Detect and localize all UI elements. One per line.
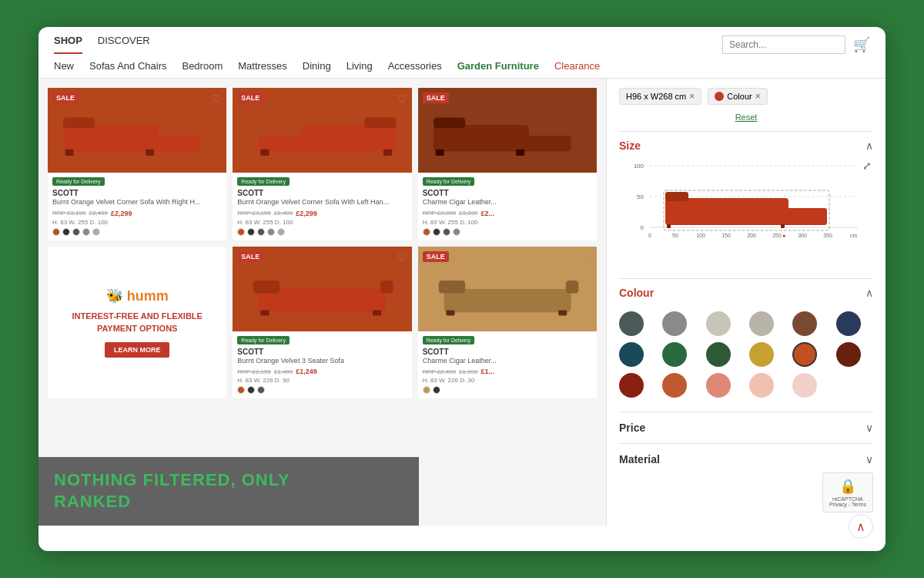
nav-cat-clearance[interactable]: Clearance [554, 60, 600, 72]
colour-swatch[interactable] [836, 342, 861, 367]
expand-chart-icon[interactable]: ⤢ [862, 160, 872, 172]
colour-swatch[interactable] [706, 373, 731, 398]
colour-swatch[interactable] [792, 373, 817, 398]
product-card[interactable]: SALE ♡ Ready for Delivery SCOTT [233, 88, 411, 240]
product-card[interactable]: SALE ♡ Ready for Delivery SCOTT [233, 247, 411, 399]
color-dot[interactable] [82, 228, 90, 236]
delivery-badge: Ready for Delivery [423, 177, 475, 186]
nav-cat-sofas[interactable]: Sofas And Chairs [89, 60, 166, 72]
material-filter-section[interactable]: Material ∨ [619, 443, 873, 475]
cart-icon[interactable]: 🛒 [853, 36, 870, 53]
delivery-badge: Ready for Delivery [423, 336, 475, 344]
filter-sidebar: H96 x W268 cm × Colour × Reset Size ∧ ⤢ [606, 79, 886, 526]
product-name: Burnt Orange Velvet Corner Sofa With Lef… [237, 198, 407, 207]
product-brand: SCOTT [423, 348, 592, 356]
colour-swatch[interactable] [792, 311, 817, 336]
color-dot[interactable] [237, 228, 245, 236]
svg-rect-6 [259, 136, 306, 152]
nav-cat-new[interactable]: New [54, 60, 74, 72]
price-row: RRP £3,199 £2,499 £2,299 [52, 210, 222, 217]
product-card[interactable]: SALE ♡ Ready for Delivery SCOTT [48, 88, 226, 240]
color-dot[interactable] [247, 228, 255, 236]
nav-cat-accessories[interactable]: Accessories [388, 60, 442, 72]
colour-swatch[interactable] [836, 311, 861, 336]
nav-cat-dining[interactable]: Dining [303, 60, 331, 72]
svg-rect-19 [373, 310, 381, 315]
colour-swatch[interactable] [749, 373, 774, 398]
nav-cat-mattresses[interactable]: Mattresses [238, 60, 287, 72]
nav-cat-living[interactable]: Living [346, 60, 373, 72]
filter-chip-remove[interactable]: × [689, 91, 695, 102]
color-dot[interactable] [72, 228, 80, 236]
color-dot[interactable] [237, 386, 245, 394]
reset-filters-link[interactable]: Reset [619, 113, 873, 122]
filter-chip-size[interactable]: H96 x W268 cm × [619, 88, 701, 105]
humm-learn-more-button[interactable]: LEARN MORE [105, 342, 170, 358]
colour-swatch[interactable] [662, 373, 687, 398]
product-info: SCOTT Burnt Orange Velvet 3 Seater Sofa … [233, 346, 411, 399]
svg-rect-10 [434, 125, 529, 151]
search-input[interactable] [722, 35, 845, 54]
color-dot[interactable] [52, 228, 60, 236]
tab-discover[interactable]: DISCOVER [98, 35, 150, 54]
size-filter-header[interactable]: Size ∧ [619, 139, 873, 152]
svg-rect-5 [301, 125, 397, 151]
colour-swatch[interactable] [749, 311, 774, 336]
color-dot[interactable] [257, 228, 265, 236]
color-dot[interactable] [453, 228, 460, 236]
svg-text:300: 300 [798, 233, 807, 238]
price-mid: £3,299 [459, 210, 477, 217]
nav-cat-bedroom[interactable]: Bedroom [182, 60, 223, 72]
size-filter-arrow: ∧ [865, 139, 873, 152]
recaptcha-text: reCAPTCHAPrivacy - Terms [829, 496, 866, 507]
price-mid: £2,499 [274, 210, 293, 217]
product-card[interactable]: SALE Ready for Delivery SCOTT Ch [418, 88, 597, 240]
filter-chip-remove[interactable]: × [755, 91, 761, 102]
color-dot[interactable] [62, 228, 70, 236]
color-dot[interactable] [257, 386, 265, 394]
nav-cat-garden[interactable]: Garden Furniture [457, 60, 539, 72]
color-dot[interactable] [423, 386, 430, 394]
svg-text:50: 50 [637, 193, 644, 200]
color-dot[interactable] [247, 386, 255, 394]
price-filter-section[interactable]: Price ∨ [619, 412, 873, 443]
svg-rect-9 [383, 150, 392, 156]
wishlist-icon[interactable]: ♡ [212, 92, 222, 105]
nav-tabs: SHOP DISCOVER [54, 35, 150, 54]
color-dot[interactable] [423, 228, 430, 236]
color-dot[interactable] [92, 228, 100, 236]
colour-swatch[interactable] [619, 342, 644, 367]
sale-badge: SALE [52, 92, 79, 103]
color-dot[interactable] [277, 228, 285, 236]
product-card[interactable]: SALE ♡ Ready for Delivery SCOTT [418, 247, 597, 399]
colour-filter-header[interactable]: Colour ∧ [619, 287, 873, 299]
color-dot[interactable] [433, 386, 440, 394]
humm-tagline: INTEREST-FREE AND FLEXIBLE PAYMENT OPTIO… [60, 311, 214, 334]
filter-chip-label: Colour [727, 92, 752, 101]
wishlist-icon[interactable]: ♡ [582, 251, 592, 264]
wishlist-icon[interactable]: ♡ [397, 92, 407, 105]
wishlist-icon[interactable]: ♡ [397, 251, 407, 264]
color-dot[interactable] [433, 228, 440, 236]
svg-text:●: ● [782, 233, 785, 238]
colour-swatch[interactable] [662, 342, 687, 367]
colour-swatch-selected[interactable] [792, 342, 817, 367]
colour-swatch[interactable] [706, 342, 731, 367]
colour-swatch[interactable] [619, 311, 644, 336]
filter-chip-colour[interactable]: Colour × [708, 88, 767, 105]
color-dot[interactable] [267, 228, 275, 236]
product-name: Charme Cigar Leather... [423, 198, 592, 207]
colour-swatch[interactable] [749, 342, 774, 367]
delivery-badge: Ready for Delivery [237, 336, 290, 344]
scroll-up-button[interactable]: ∧ [849, 514, 873, 526]
colour-filter-section: Colour ∧ [619, 278, 873, 412]
colour-swatch[interactable] [619, 373, 644, 398]
svg-rect-41 [665, 198, 788, 225]
colour-swatch[interactable] [662, 311, 687, 336]
color-dot[interactable] [443, 228, 450, 236]
tab-shop[interactable]: SHOP [54, 35, 82, 54]
svg-rect-11 [523, 136, 571, 152]
svg-rect-44 [667, 224, 671, 228]
colour-swatch[interactable] [706, 311, 731, 336]
price-row: RRP £2,199 £1,499 £1,249 [237, 368, 407, 375]
